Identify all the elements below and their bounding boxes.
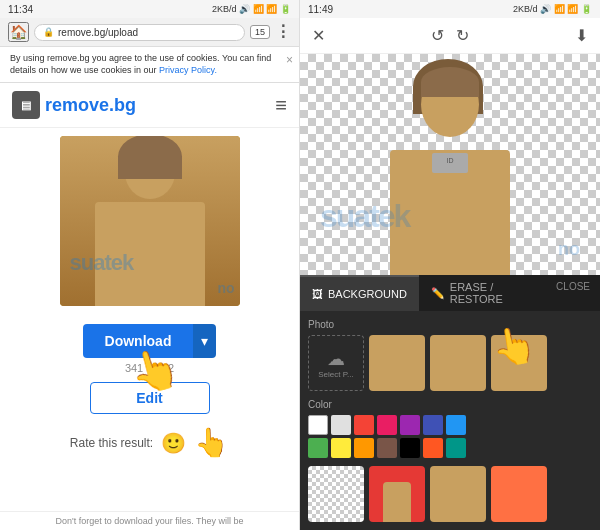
bottom-tabs: 🖼 BACKGROUND ✏️ ERASE / RESTORE CLOSE [300,275,600,311]
tab-close-label: CLOSE [556,281,590,292]
left-signal-icons: 🔊 📶 📶 🔋 [239,4,291,14]
left-watermark-2: no [217,280,234,296]
right-watermark-2: no [558,239,580,260]
download-arrow-button[interactable]: ▾ [193,324,216,358]
color-red[interactable] [354,415,374,435]
person-head-left [125,146,175,198]
smiley-icon[interactable]: 🙂 [161,431,186,455]
preview-image: suatek no [60,136,240,306]
eraser-icon: ✏️ [431,287,445,300]
browser-menu-button[interactable]: ⋮ [275,24,291,40]
right-preview: ID suatek no [300,54,600,275]
privacy-policy-link[interactable]: Privacy Policy. [159,65,217,75]
toolbar-center: ↺ ↻ [431,26,469,45]
hamburger-menu[interactable]: ≡ [275,94,287,117]
color-orange[interactable] [354,438,374,458]
upload-photo-button[interactable]: ☁ Select P... [308,335,364,391]
color-purple[interactable] [400,415,420,435]
url-bar[interactable]: 🔒 remove.bg/upload [34,24,245,41]
bg-red-thumb[interactable] [369,466,425,522]
person-hijab-left [118,136,182,179]
undo-button[interactable]: ↺ [431,26,444,45]
site-header: ▤ remove.bg ≡ [0,83,299,128]
tab-count[interactable]: 15 [250,25,270,39]
right-time: 11:49 [308,4,333,15]
tab-background[interactable]: 🖼 BACKGROUND [300,275,419,311]
lock-icon: 🔒 [43,27,54,37]
close-button[interactable]: ✕ [312,26,325,45]
right-hijab-top [421,67,479,97]
color-deep-orange[interactable] [423,438,443,458]
left-watermark-1: suatek [70,250,134,276]
action-area: Download ▾ 341 × 512 Edit 👆 Rate this re… [0,314,299,469]
tab-erase-restore[interactable]: ✏️ ERASE / RESTORE [419,275,546,311]
logo-dotbg: .bg [109,95,136,115]
upload-icon: ☁ [327,348,345,370]
bg-preset-1[interactable] [369,335,425,391]
tab-erase-label: ERASE / RESTORE [450,281,534,305]
bg-preset-2[interactable] [430,335,486,391]
right-status-bar: 11:49 2KB/d 🔊 📶 📶 🔋 [300,0,600,18]
bg-preset-3[interactable] [491,335,547,391]
color-pink[interactable] [377,415,397,435]
color-row2 [308,466,592,522]
bottom-panel: 🖼 BACKGROUND ✏️ ERASE / RESTORE CLOSE Ph… [300,275,600,530]
tab-close-button[interactable]: CLOSE [546,275,600,311]
color-white[interactable] [308,415,328,435]
right-person-head-wrap [413,64,488,148]
left-data-info: 2KB/d [212,4,237,14]
footer-text: Don't forget to download your files. The… [0,511,299,530]
rate-label: Rate this result: [70,436,153,450]
photo-row: ☁ Select P... 👆 [308,335,592,391]
bg-thumb-person-1 [369,335,425,391]
bg-orange-thumb[interactable] [491,466,547,522]
tab-background-label: BACKGROUND [328,288,407,300]
right-toolbar: ✕ ↺ ↻ ⬇ [300,18,600,54]
right-data-info: 2KB/d [513,4,538,14]
edit-button-wrapper: Edit 👆 [90,382,210,414]
bg-thumb-person-3 [491,335,547,391]
color-green[interactable] [308,438,328,458]
left-time: 11:34 [8,4,33,15]
bg-transparent-thumb[interactable] [308,466,364,522]
left-panel: 11:34 2KB/d 🔊 📶 📶 🔋 🏠 🔒 remove.bg/upload… [0,0,300,530]
color-indigo[interactable] [423,415,443,435]
right-face [421,72,479,137]
color-section-label: Color [308,399,592,410]
toolbar-left: ✕ [312,26,325,45]
url-text: remove.bg/upload [58,27,138,38]
home-button[interactable]: 🏠 [8,22,29,42]
color-teal[interactable] [446,438,466,458]
color-black[interactable] [400,438,420,458]
color-brown[interactable] [377,438,397,458]
download-icon-button[interactable]: ⬇ [575,26,588,45]
toolbar-right: ⬇ [575,26,588,45]
cursor-hand-rate: 👆 [194,426,229,459]
browser-bar: 🏠 🔒 remove.bg/upload 15 ⋮ [0,18,299,47]
logo-icon: ▤ [12,91,40,119]
color-blue[interactable] [446,415,466,435]
bg-neutral-thumb[interactable] [430,466,486,522]
cookie-close-button[interactable]: × [286,53,293,69]
redo-button[interactable]: ↻ [456,26,469,45]
right-badge: ID [432,153,468,173]
mini-body [383,482,411,522]
right-panel: 11:49 2KB/d 🔊 📶 📶 🔋 ✕ ↺ ↻ ⬇ [300,0,600,530]
photo-section-label: Photo [308,319,592,330]
cookie-text: By using remove.bg you agree to the use … [10,53,271,75]
right-preview-person: ID [370,64,530,275]
bg-options: Photo ☁ Select P... 👆 [300,311,600,530]
bg-icon: 🖼 [312,288,323,300]
color-lightgray[interactable] [331,415,351,435]
rate-section: Rate this result: 🙂 👆 [70,426,229,459]
color-grid [308,415,592,458]
logo-text: remove.bg [45,95,136,116]
bg-thumb-person-2 [430,335,486,391]
color-yellow[interactable] [331,438,351,458]
person-silhouette: suatek no [60,136,240,306]
left-status-icons: 2KB/d 🔊 📶 📶 🔋 [212,4,291,14]
upload-label: Select P... [318,370,353,379]
logo-remove: remove [45,95,109,115]
left-status-bar: 11:34 2KB/d 🔊 📶 📶 🔋 [0,0,299,18]
logo: ▤ remove.bg [12,91,136,119]
